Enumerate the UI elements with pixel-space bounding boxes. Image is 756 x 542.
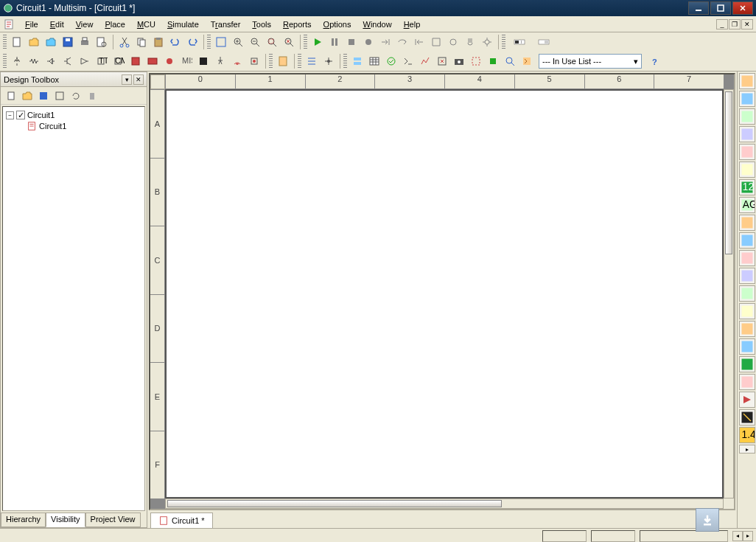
electrical-rules-button[interactable] (434, 53, 450, 69)
sim-switch-off-button[interactable] (532, 34, 556, 50)
checkbox-icon[interactable]: ✓ (16, 111, 25, 119)
instrument-labview[interactable] (739, 392, 755, 408)
place-electromech-button[interactable] (246, 53, 262, 69)
place-rf-button[interactable] (229, 53, 245, 69)
menu-options[interactable]: Options (318, 18, 357, 30)
place-transistor-button[interactable] (60, 53, 76, 69)
instruments-more-button[interactable]: ▸ (739, 445, 755, 454)
place-misc-digital-button[interactable] (127, 53, 144, 69)
step-into-button[interactable] (377, 34, 393, 50)
menu-help[interactable]: Help (398, 18, 427, 30)
tab-visibility[interactable]: Visibility (46, 513, 85, 527)
back-annotate-button[interactable] (468, 53, 484, 69)
nav-prev-button[interactable]: ◂ (732, 531, 743, 541)
tree-child-item[interactable]: Circuit1 (6, 120, 141, 132)
spreadsheet-button[interactable] (366, 53, 382, 69)
minimize-button[interactable] (688, 1, 709, 15)
sim-switch-button[interactable]: I (508, 34, 531, 50)
close-button[interactable] (732, 1, 753, 15)
run-button[interactable] (309, 34, 326, 50)
menu-simulate[interactable]: Simulate (161, 18, 205, 30)
instrument-distortion-analyzer[interactable] (739, 268, 755, 284)
instrument-iv-analyzer[interactable] (739, 250, 755, 266)
instrument-multimeter[interactable] (739, 73, 755, 89)
nav-next-button[interactable]: ▸ (743, 531, 753, 541)
paste-button[interactable] (150, 34, 167, 50)
bus-button[interactable] (304, 53, 320, 69)
toolbar-grip[interactable] (304, 35, 307, 49)
component-wizard-button[interactable] (519, 53, 535, 69)
toolbar-grip[interactable] (269, 54, 273, 69)
toolbar-grip[interactable] (502, 35, 505, 49)
instrument-function-generator[interactable] (739, 91, 755, 107)
undo-button[interactable] (167, 34, 183, 50)
step-out-button[interactable] (411, 34, 427, 50)
expander-icon[interactable]: − (6, 111, 14, 119)
step-over-button[interactable] (394, 34, 410, 50)
zoom-in-button[interactable] (230, 34, 246, 50)
open-button[interactable] (26, 34, 42, 50)
toolbox-properties-button[interactable] (52, 88, 67, 103)
instrument-current-clamp[interactable]: 1.4v (739, 427, 755, 443)
open-samples-button[interactable] (43, 34, 59, 50)
instrument-network-analyzer[interactable] (739, 303, 755, 319)
place-advanced-button[interactable] (212, 53, 228, 69)
in-use-list-dropdown[interactable]: --- In Use List --- ▾ (539, 54, 642, 69)
menu-transfer[interactable]: Transfer (205, 18, 247, 30)
instrument-agilent-mm[interactable] (739, 338, 755, 355)
menu-place[interactable]: Place (99, 18, 131, 30)
help-button[interactable]: ? (647, 53, 663, 69)
toolbox-open-button[interactable] (20, 88, 35, 103)
toolbar-grip[interactable] (343, 54, 347, 69)
record-button[interactable] (360, 34, 377, 50)
toolbar-grip[interactable] (207, 35, 211, 49)
cut-button[interactable] (116, 34, 133, 50)
tree-root-item[interactable]: − ✓ Circuit1 (6, 110, 141, 120)
find-button[interactable] (502, 53, 518, 69)
horizontal-scrollbar[interactable] (165, 498, 724, 509)
menu-tools[interactable]: Tools (246, 18, 277, 30)
mdi-restore-button[interactable]: ❐ (729, 19, 741, 29)
place-ttl-button[interactable]: TTL (94, 53, 110, 69)
instrument-bode-plotter[interactable] (739, 161, 755, 178)
instrument-wattmeter[interactable] (739, 108, 755, 125)
full-screen-button[interactable] (213, 34, 229, 50)
analyses-button[interactable] (417, 53, 433, 69)
document-tab[interactable]: Circuit1 * (150, 513, 213, 528)
menu-mcu[interactable]: MCU (131, 18, 161, 30)
toolbox-save-button[interactable] (36, 88, 51, 103)
save-button[interactable] (60, 34, 76, 50)
junction-button[interactable] (321, 53, 337, 69)
instrument-measurement-probe[interactable] (739, 409, 755, 425)
toolbox-dropdown-button[interactable]: ▾ (122, 74, 132, 85)
forward-annotate-button[interactable] (485, 53, 501, 69)
menu-file[interactable]: File (19, 18, 44, 30)
toolbar-grip[interactable] (298, 54, 301, 69)
stop-button[interactable] (343, 34, 360, 50)
place-source-button[interactable]: ÷ (9, 53, 25, 69)
instrument-logic-converter[interactable] (739, 232, 755, 249)
toolbox-refresh-button[interactable] (69, 88, 83, 103)
grab-button[interactable] (462, 34, 478, 50)
toolbar-grip[interactable] (3, 35, 7, 49)
toolbar-grip[interactable] (3, 54, 7, 69)
place-analog-button[interactable] (77, 53, 93, 69)
instrument-oscilloscope[interactable] (739, 126, 755, 142)
scrollbar-thumb[interactable] (725, 91, 732, 254)
instrument-spectrum-analyzer[interactable] (739, 285, 755, 302)
print-button[interactable] (77, 34, 93, 50)
settings-button[interactable] (479, 34, 495, 50)
menu-reports[interactable]: Reports (277, 18, 318, 30)
place-hierarchical-button[interactable] (275, 53, 291, 69)
pause-button[interactable] (326, 34, 343, 50)
grapher-button[interactable] (383, 53, 399, 69)
tab-project-view[interactable]: Project View (85, 513, 141, 527)
maximize-button[interactable] (710, 1, 731, 15)
menu-view[interactable]: View (70, 18, 99, 30)
capture-button[interactable] (451, 53, 467, 69)
schematic-canvas[interactable] (165, 89, 724, 498)
toolbox-close-button[interactable]: ✕ (133, 74, 144, 85)
copy-button[interactable] (133, 34, 150, 50)
mdi-minimize-button[interactable]: _ (716, 19, 728, 29)
instrument-logic-analyzer[interactable] (739, 215, 755, 231)
